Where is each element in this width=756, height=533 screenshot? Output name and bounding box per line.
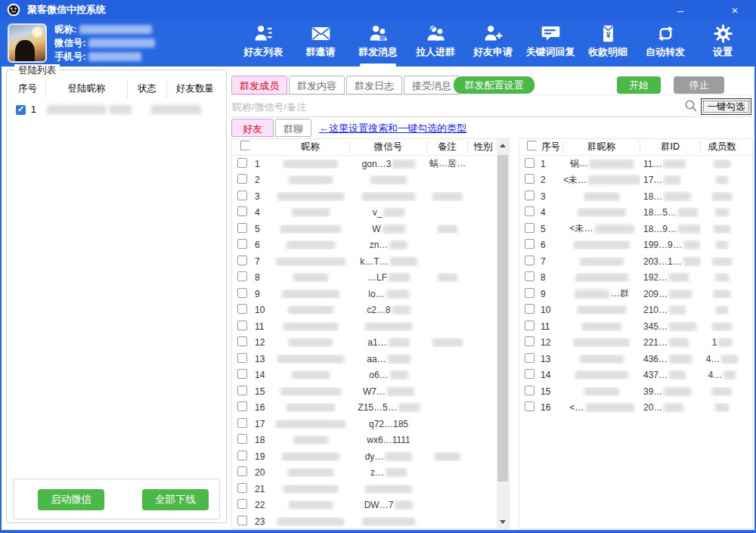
tab-群发内容[interactable]: 群发内容 xyxy=(289,76,345,95)
nav-item-friend-list[interactable]: 好友列表 xyxy=(234,20,292,67)
row-checkbox[interactable] xyxy=(237,353,247,363)
table-row[interactable]: 10210… xyxy=(519,302,752,319)
table-row[interactable]: 5<未…18…9… xyxy=(519,221,752,237)
row-checkbox[interactable] xyxy=(525,369,534,379)
table-row[interactable]: 8192… xyxy=(519,270,752,287)
row-checkbox[interactable] xyxy=(237,239,247,249)
type-tab-群聊[interactable]: 群聊 xyxy=(275,119,311,137)
table-row[interactable]: 12a1… xyxy=(232,335,509,352)
nav-item-mass-message[interactable]: 群发消息 xyxy=(349,20,407,67)
select-all-button[interactable]: 一键勾选 xyxy=(701,98,751,115)
row-checkbox[interactable] xyxy=(237,401,247,411)
row-checkbox[interactable] xyxy=(237,336,247,346)
table-row[interactable]: 16Z15…5… xyxy=(232,400,509,417)
table-row[interactable]: 14437…4… xyxy=(519,367,752,384)
tab-群发成员[interactable]: 群发成员 xyxy=(231,76,287,95)
row-checkbox[interactable] xyxy=(525,256,534,265)
table-row[interactable]: 2 xyxy=(232,172,509,189)
close-button[interactable]: × xyxy=(718,0,751,20)
row-checkbox[interactable] xyxy=(525,321,534,330)
scroll-thumb[interactable] xyxy=(497,155,508,482)
row-checkbox[interactable] xyxy=(237,256,247,265)
table-row[interactable]: 11345… xyxy=(519,318,752,335)
table-row[interactable]: 16<…20… xyxy=(519,400,752,417)
table-row[interactable]: 19dy… xyxy=(232,448,509,465)
row-checkbox[interactable] xyxy=(525,386,534,395)
search-input[interactable] xyxy=(232,98,678,116)
table-row[interactable]: 13aa… xyxy=(232,351,509,367)
table-row[interactable]: 418…5… xyxy=(519,205,752,222)
nav-item-friend-apply[interactable]: 好友申请 xyxy=(464,20,522,67)
table-row[interactable]: 15W7… xyxy=(232,383,509,400)
row-checkbox[interactable] xyxy=(525,239,534,249)
row-checkbox[interactable] xyxy=(237,223,247,233)
table-row[interactable]: 12221…1 xyxy=(519,335,752,352)
nav-item-pull-into-group[interactable]: 拉人进群 xyxy=(407,20,464,67)
table-row[interactable]: 17q72…185 xyxy=(232,416,509,432)
row-checkbox[interactable] xyxy=(525,304,534,314)
nav-item-payment-detail[interactable]: ¥收款明细 xyxy=(579,20,637,67)
row-checkbox[interactable] xyxy=(237,271,247,281)
row-checkbox[interactable] xyxy=(237,466,247,476)
row-checkbox[interactable] xyxy=(237,516,247,525)
table-row[interactable]: 318… xyxy=(519,188,752,205)
tab-接受消息[interactable]: 接受消息 xyxy=(404,76,460,95)
scroll-up-button[interactable] xyxy=(497,139,509,152)
table-row[interactable]: 5W xyxy=(232,221,509,237)
table-row[interactable]: 13436…4… xyxy=(519,351,752,367)
minimize-button[interactable]: – xyxy=(664,0,697,20)
row-checkbox[interactable] xyxy=(525,353,534,363)
row-checkbox[interactable] xyxy=(525,223,534,233)
table-row[interactable]: 7203…1… xyxy=(519,253,752,270)
row-checkbox[interactable] xyxy=(16,105,26,115)
row-checkbox[interactable] xyxy=(527,141,537,150)
start-button[interactable]: 开始 xyxy=(617,76,661,94)
row-checkbox[interactable] xyxy=(525,158,534,168)
row-checkbox[interactable] xyxy=(237,191,247,200)
table-row[interactable]: 4v_ xyxy=(232,205,509,222)
row-checkbox[interactable] xyxy=(525,174,534,184)
offline-all-button[interactable]: 全部下线 xyxy=(142,489,209,510)
table-row[interactable]: 1gon…3蜗…居… xyxy=(232,156,509,172)
table-row[interactable]: 20z… xyxy=(232,465,509,482)
table-row[interactable]: 9…群209… xyxy=(519,286,752,302)
row-checkbox[interactable] xyxy=(237,174,247,184)
row-checkbox[interactable] xyxy=(237,483,247,493)
mass-config-button[interactable]: 群发配置设置 xyxy=(454,76,534,94)
scroll-down-button[interactable] xyxy=(497,516,509,528)
table-row[interactable]: 1539… xyxy=(519,383,752,400)
table-row[interactable]: 22DW…7 xyxy=(232,497,509,514)
start-wechat-button[interactable]: 启动微信 xyxy=(38,489,104,510)
stop-button[interactable]: 停止 xyxy=(674,76,724,94)
table-row[interactable]: 21 xyxy=(232,481,509,497)
table-row[interactable]: 6199…9… xyxy=(519,237,752,254)
row-checkbox[interactable] xyxy=(237,499,247,509)
row-checkbox[interactable] xyxy=(237,369,247,379)
row-checkbox[interactable] xyxy=(237,434,247,444)
table-row[interactable]: 18wx6…1111 xyxy=(232,432,509,449)
type-tab-好友[interactable]: 好友 xyxy=(231,119,274,137)
table-row[interactable]: 1锅…11… xyxy=(519,156,752,172)
row-checkbox[interactable] xyxy=(525,401,534,411)
row-checkbox[interactable] xyxy=(237,418,247,428)
row-checkbox[interactable] xyxy=(237,304,247,314)
table-row[interactable]: 7k…T… xyxy=(232,253,509,270)
table-row[interactable]: 2<未…17… xyxy=(519,172,752,189)
row-checkbox[interactable] xyxy=(525,191,534,200)
friends-scrollbar[interactable] xyxy=(497,139,509,528)
tab-群发日志[interactable]: 群发日志 xyxy=(346,76,402,95)
row-checkbox[interactable] xyxy=(525,336,534,346)
nav-item-settings[interactable]: 设置 xyxy=(694,20,751,67)
row-checkbox[interactable] xyxy=(237,158,247,168)
nav-item-keyword-reply[interactable]: 关键词回复 xyxy=(522,20,579,67)
nav-item-group-invite[interactable]: 群邀请 xyxy=(292,20,349,67)
row-checkbox[interactable] xyxy=(237,206,247,216)
row-checkbox[interactable] xyxy=(525,288,534,298)
nav-item-auto-forward[interactable]: 自动转发 xyxy=(637,20,694,67)
login-table-row[interactable]: 1 xyxy=(10,101,223,119)
row-checkbox[interactable] xyxy=(237,288,247,298)
table-row[interactable]: 9lo… xyxy=(232,286,509,302)
table-row[interactable]: 11 xyxy=(232,318,509,335)
row-checkbox[interactable] xyxy=(240,141,250,150)
table-row[interactable]: 6zn… xyxy=(232,237,509,254)
